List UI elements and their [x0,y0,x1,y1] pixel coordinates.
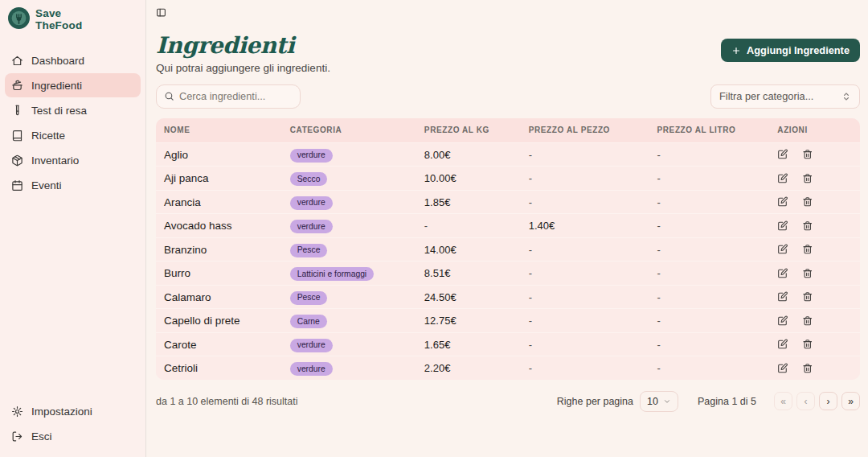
delete-button[interactable] [802,196,813,208]
sidebar-item-label: Eventi [31,179,62,191]
edit-button[interactable] [777,291,788,303]
last-page-button[interactable]: » [841,392,860,410]
table-row: Capello di preteCarne12.75€-- [156,308,860,332]
price-per-liter: - [657,315,778,327]
logout-icon [11,430,23,443]
edit-button[interactable] [777,149,788,160]
brand-logo: Save TheFood [0,7,145,32]
edit-icon [777,268,788,279]
sidebar-item-dashboard[interactable]: Dashboard [5,48,141,72]
ingredient-name: Branzino [164,244,290,256]
delete-button[interactable] [802,363,813,374]
price-per-kg: 2.20€ [424,362,529,374]
edit-button[interactable] [777,363,788,374]
column-header-prezzo-al-pezzo: PREZZO AL PEZZO [529,126,657,134]
price-per-liter: - [657,196,778,208]
edit-button[interactable] [777,339,788,350]
category-badge: verdure [290,339,333,352]
table-row: BranzinoPesce14.00€-- [156,237,860,261]
delete-button[interactable] [802,244,813,255]
sidebar-item-label: Esci [31,430,52,443]
delete-button[interactable] [802,220,813,232]
sidebar-item-esci[interactable]: Esci [5,424,141,448]
chevron-down-icon [663,397,671,406]
price-per-liter: - [657,291,778,303]
ingredient-name: Cetrioli [164,362,290,374]
table-header-row: NOMECATEGORIAPREZZO AL KGPREZZO AL PEZZO… [156,118,860,142]
ingredients-table: NOMECATEGORIAPREZZO AL KGPREZZO AL PEZZO… [156,118,860,380]
trash-icon [802,196,813,208]
edit-button[interactable] [777,173,788,184]
edit-icon [777,173,788,184]
price-per-kg: 1.85€ [424,196,529,208]
delete-button[interactable] [802,268,813,279]
price-per-piece: - [529,149,657,161]
sidebar-item-impostazioni[interactable]: Impostazioni [5,399,141,423]
first-page-button: « [774,392,792,410]
sidebar-item-label: Impostazioni [31,406,92,418]
plus-icon [731,46,741,56]
ingredient-name: Avocado hass [164,220,290,232]
ingredient-category-cell: Latticini e formaggi [290,266,424,282]
sidebar-item-eventi[interactable]: Eventi [5,173,141,197]
category-badge: verdure [290,220,333,233]
category-badge: Pesce [290,244,328,257]
topbar [156,0,860,24]
category-filter-placeholder: Filtra per categoria... [719,90,813,102]
ingredient-name: Carote [164,339,290,351]
page-header: Ingredienti Qui potrai aggiungere gli in… [156,34,860,74]
table-footer: da 1 a 10 elementi di 48 risultati Righe… [156,391,860,412]
rows-per-page-select[interactable]: 10 [640,391,678,412]
row-actions [777,339,860,350]
edit-button[interactable] [777,220,788,232]
sidebar-item-ricette[interactable]: Ricette [5,123,141,147]
price-per-piece: - [529,172,657,184]
rows-per-page-label: Righe per pagina [557,396,633,407]
row-actions [777,315,860,327]
category-badge: Carne [290,315,327,328]
table-row: Aji pancaSecco10.00€-- [156,166,860,190]
trash-icon [802,149,813,160]
column-header-azioni: AZIONI [777,126,860,134]
sidebar-item-label: Ingredienti [31,80,82,92]
delete-button[interactable] [802,339,813,350]
row-actions [777,268,860,279]
row-actions [777,244,860,255]
price-per-kg: 8.51€ [424,267,529,279]
sidebar-item-ingredienti[interactable]: Ingredienti [5,73,141,97]
price-per-piece: - [529,291,657,303]
page-buttons: «‹›» [774,392,860,410]
edit-button[interactable] [777,244,788,255]
ingredient-name: Arancia [164,196,290,208]
edit-button[interactable] [777,196,788,208]
category-badge: verdure [290,196,333,210]
delete-button[interactable] [802,149,813,160]
edit-button[interactable] [777,315,788,327]
ingredient-name: Aglio [164,149,290,161]
edit-icon [777,291,788,303]
delete-button[interactable] [802,173,813,184]
next-page-button[interactable]: › [819,392,837,410]
edit-icon [777,339,788,350]
row-actions [777,149,860,160]
page-indicator: Pagina 1 di 5 [698,396,756,407]
delete-button[interactable] [802,291,813,303]
price-per-liter: - [657,220,778,232]
row-actions [777,173,860,184]
row-actions [777,363,860,374]
delete-button[interactable] [802,315,813,327]
search-input[interactable] [179,90,293,102]
price-per-piece: - [529,267,657,279]
add-ingredient-button[interactable]: Aggiungi Ingrediente [721,39,860,62]
previous-page-button: ‹ [796,392,815,410]
category-filter-select[interactable]: Filtra per categoria... [710,84,860,109]
edit-icon [777,315,788,327]
home-icon [11,55,23,67]
sidebar-item-test-di-resa[interactable]: Test di resa [5,98,141,122]
sidebar-item-inventario[interactable]: Inventario [5,148,141,172]
trash-icon [802,244,813,255]
column-header-nome: NOME [164,126,290,134]
sidebar-toggle-button[interactable] [156,7,166,18]
search-box[interactable] [156,84,301,109]
edit-button[interactable] [777,268,788,279]
